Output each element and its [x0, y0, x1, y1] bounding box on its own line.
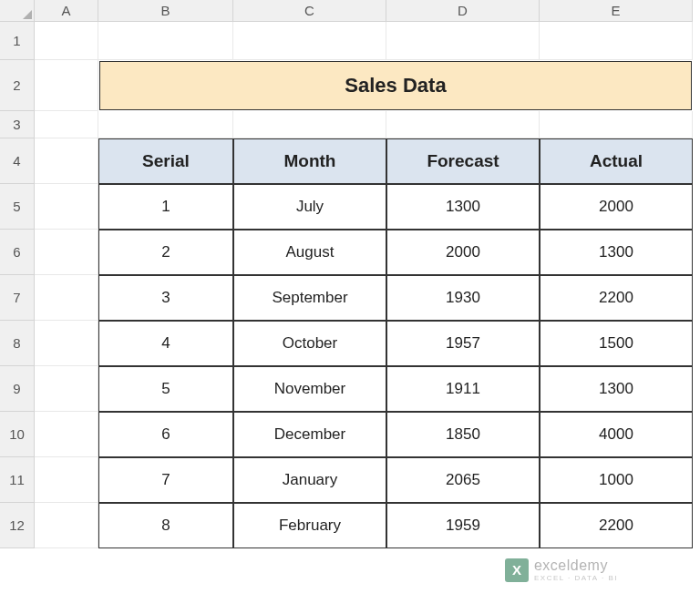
row-header-4[interactable]: 4	[0, 138, 35, 184]
spreadsheet-grid[interactable]: A B C D E 1 2 3 4 5 6 7 8 9 10 11 12 Sal…	[0, 0, 700, 594]
row-header-2[interactable]: 2	[0, 60, 35, 111]
cell-a3[interactable]	[35, 111, 98, 138]
header-serial[interactable]: Serial	[98, 138, 233, 184]
cell-a12[interactable]	[35, 503, 98, 548]
cell-a5[interactable]	[35, 184, 98, 230]
title-cell[interactable]: Sales Data	[99, 61, 692, 110]
header-forecast[interactable]: Forecast	[386, 138, 540, 184]
cell-a4[interactable]	[35, 138, 98, 184]
row-header-10[interactable]: 10	[0, 412, 35, 457]
row-header-7[interactable]: 7	[0, 275, 35, 321]
cell-serial[interactable]: 8	[98, 503, 233, 548]
cell-month[interactable]: November	[233, 366, 386, 412]
cell-a11[interactable]	[35, 457, 98, 503]
cell-a8[interactable]	[35, 321, 98, 366]
cell-month[interactable]: December	[233, 412, 386, 457]
cell-actual[interactable]: 2000	[540, 184, 693, 230]
cell-actual[interactable]: 2200	[540, 275, 693, 321]
cell-forecast[interactable]: 1300	[386, 184, 540, 230]
cell-serial[interactable]: 2	[98, 230, 233, 275]
cell-actual[interactable]: 1300	[540, 366, 693, 412]
cell-serial[interactable]: 4	[98, 321, 233, 366]
cell-a7[interactable]	[35, 275, 98, 321]
row-header-11[interactable]: 11	[0, 457, 35, 503]
cell-e3[interactable]	[540, 111, 693, 138]
cell-serial[interactable]: 1	[98, 184, 233, 230]
cell-a9[interactable]	[35, 366, 98, 412]
cell-a10[interactable]	[35, 412, 98, 457]
row-header-3[interactable]: 3	[0, 111, 35, 138]
row-header-5[interactable]: 5	[0, 184, 35, 230]
watermark-brand: exceldemy	[534, 558, 618, 574]
watermark-tagline: EXCEL · DATA · BI	[534, 574, 618, 582]
cell-d1[interactable]	[386, 22, 540, 60]
col-header-d[interactable]: D	[386, 0, 540, 22]
row-header-12[interactable]: 12	[0, 503, 35, 548]
cell-month[interactable]: October	[233, 321, 386, 366]
cell-forecast[interactable]: 1957	[386, 321, 540, 366]
select-all-corner[interactable]	[0, 0, 35, 22]
cell-forecast[interactable]: 1850	[386, 412, 540, 457]
header-month[interactable]: Month	[233, 138, 386, 184]
col-header-a[interactable]: A	[35, 0, 98, 22]
watermark: X exceldemy EXCEL · DATA · BI	[505, 558, 618, 582]
cell-actual[interactable]: 4000	[540, 412, 693, 457]
cell-actual[interactable]: 1500	[540, 321, 693, 366]
cell-serial[interactable]: 3	[98, 275, 233, 321]
cell-d3[interactable]	[386, 111, 540, 138]
cell-actual[interactable]: 2200	[540, 503, 693, 548]
cell-a6[interactable]	[35, 230, 98, 275]
cell-month[interactable]: February	[233, 503, 386, 548]
cell-b3[interactable]	[98, 111, 233, 138]
header-actual[interactable]: Actual	[540, 138, 693, 184]
row-header-1[interactable]: 1	[0, 22, 35, 60]
cell-forecast[interactable]: 2000	[386, 230, 540, 275]
cell-forecast[interactable]: 1930	[386, 275, 540, 321]
row-header-9[interactable]: 9	[0, 366, 35, 412]
cell-month[interactable]: January	[233, 457, 386, 503]
cell-month[interactable]: July	[233, 184, 386, 230]
cell-a2[interactable]	[35, 60, 98, 111]
cell-actual[interactable]: 1300	[540, 230, 693, 275]
col-header-e[interactable]: E	[540, 0, 693, 22]
col-header-c[interactable]: C	[233, 0, 386, 22]
cell-c1[interactable]	[233, 22, 386, 60]
cell-a1[interactable]	[35, 22, 98, 60]
cell-serial[interactable]: 6	[98, 412, 233, 457]
cell-forecast[interactable]: 1911	[386, 366, 540, 412]
cell-forecast[interactable]: 2065	[386, 457, 540, 503]
col-header-b[interactable]: B	[98, 0, 233, 22]
cell-forecast[interactable]: 1959	[386, 503, 540, 548]
excel-icon: X	[505, 558, 529, 582]
cell-b1[interactable]	[98, 22, 233, 60]
cell-e1[interactable]	[540, 22, 693, 60]
cell-actual[interactable]: 1000	[540, 457, 693, 503]
cell-serial[interactable]: 7	[98, 457, 233, 503]
cell-month[interactable]: September	[233, 275, 386, 321]
row-header-8[interactable]: 8	[0, 321, 35, 366]
cell-c3[interactable]	[233, 111, 386, 138]
cell-serial[interactable]: 5	[98, 366, 233, 412]
row-header-6[interactable]: 6	[0, 230, 35, 275]
cell-month[interactable]: August	[233, 230, 386, 275]
